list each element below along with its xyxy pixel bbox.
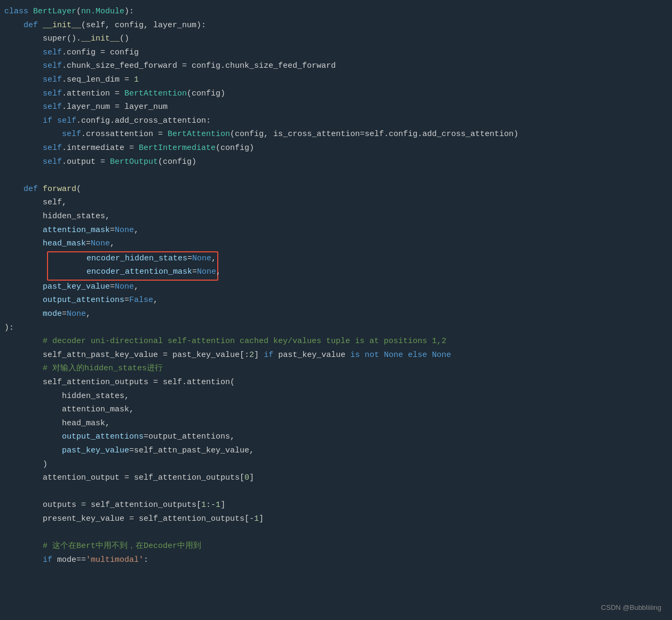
- code-line-3: super().__init__(): [0, 33, 672, 46]
- code-container: class BertLayer(nn.Module): def __init__…: [0, 0, 672, 573]
- code-line-7: self.attention = BertAttention(config): [0, 88, 672, 101]
- code-line-5: self.chunk_size_feed_forward = config.ch…: [0, 60, 672, 74]
- code-line-29: hidden_states,: [0, 390, 672, 404]
- highlighted-block: encoder_hidden_states=None, encoder_atte…: [0, 251, 672, 281]
- code-text: ):: [4, 322, 14, 335]
- code-text: super().__init__(): [4, 33, 129, 45]
- code-line-1: class BertLayer(nn.Module):: [0, 5, 672, 19]
- code-text: self.layer_num = layer_num: [4, 101, 168, 114]
- code-line-23: mode=None,: [0, 308, 672, 322]
- code-line-25: # decoder uni-directional self-attention…: [0, 335, 672, 349]
- code-text: outputs = self_attention_outputs[1:-1]: [4, 499, 225, 512]
- code-line-8: self.layer_num = layer_num: [0, 101, 672, 115]
- code-text: if mode=='multimodal':: [4, 554, 148, 567]
- code-text: if self.config.add_cross_attention:: [4, 115, 211, 128]
- code-text: encoder_attention_mask=None,: [48, 266, 221, 279]
- code-text: class BertLayer(nn.Module):: [4, 5, 134, 18]
- code-line-6: self.seq_len_dim = 1: [0, 74, 672, 88]
- code-line-empty-3: [0, 527, 672, 540]
- code-line-18: head_mask=None,: [0, 237, 672, 251]
- code-text: self_attention_outputs = self.attention(: [4, 376, 235, 389]
- code-line-2: def __init__(self, config, layer_num):: [0, 19, 672, 33]
- code-line-37: outputs = self_attention_outputs[1:-1]: [0, 499, 672, 513]
- code-text: self.seq_len_dim = 1: [4, 74, 139, 86]
- code-line-empty-2: [0, 486, 672, 499]
- code-text: output_attentions=output_attentions,: [4, 431, 235, 443]
- code-line-26: self_attn_past_key_value = past_key_valu…: [0, 349, 672, 363]
- code-text: # decoder uni-directional self-attention…: [4, 335, 446, 348]
- code-text: self,: [4, 196, 67, 209]
- code-line-12: self.output = BertOutput(config): [0, 156, 672, 170]
- code-text: self.output = BertOutput(config): [4, 156, 196, 169]
- code-line-28: self_attention_outputs = self.attention(: [0, 376, 672, 390]
- code-text: self_attn_past_key_value = past_key_valu…: [4, 349, 451, 362]
- code-line-38: present_key_value = self_attention_outpu…: [0, 513, 672, 527]
- code-text: head_mask,: [4, 417, 110, 430]
- code-text: hidden_states,: [4, 390, 129, 403]
- code-line-32: output_attentions=output_attentions,: [0, 431, 672, 444]
- code-text: past_key_value=self_attn_past_key_value,: [4, 444, 254, 457]
- code-text: # 这个在Bert中用不到，在Decoder中用到: [4, 540, 201, 553]
- code-text: head_mask=None,: [4, 237, 115, 250]
- code-text: self.intermediate = BertIntermediate(con…: [4, 142, 254, 155]
- code-line-24: ):: [0, 322, 672, 336]
- code-line-15: self,: [0, 196, 672, 210]
- code-line-40: # 这个在Bert中用不到，在Decoder中用到: [0, 540, 672, 554]
- code-line-21: past_key_value=None,: [0, 281, 672, 295]
- code-line-41: if mode=='multimodal':: [0, 554, 672, 568]
- code-line-19: encoder_hidden_states=None,: [48, 252, 217, 266]
- code-line-9: if self.config.add_cross_attention:: [0, 115, 672, 129]
- red-border-box: encoder_hidden_states=None, encoder_atte…: [47, 251, 218, 281]
- code-line-11: self.intermediate = BertIntermediate(con…: [0, 142, 672, 156]
- code-line-35: attention_output = self_attention_output…: [0, 472, 672, 486]
- code-text: mode=None,: [4, 308, 91, 321]
- code-line-14: def forward(: [0, 183, 672, 197]
- code-line-31: head_mask,: [0, 417, 672, 431]
- code-text: attention_mask,: [4, 403, 134, 416]
- code-text: past_key_value=None,: [4, 281, 139, 293]
- code-text: hidden_states,: [4, 210, 110, 223]
- code-text: present_key_value = self_attention_outpu…: [4, 513, 264, 526]
- code-line-30: attention_mask,: [0, 403, 672, 417]
- code-line-27: # 对输入的hidden_states进行: [0, 362, 672, 376]
- code-line-16: hidden_states,: [0, 210, 672, 224]
- code-text: ): [4, 458, 48, 471]
- code-text: def forward(: [4, 183, 81, 196]
- code-text: attention_output = self_attention_output…: [4, 472, 254, 484]
- code-text: encoder_hidden_states=None,: [48, 252, 216, 265]
- code-line-22: output_attentions=False,: [0, 294, 672, 308]
- code-text: attention_mask=None,: [4, 224, 139, 237]
- code-text: self.crossattention = BertAttention(conf…: [4, 128, 518, 141]
- code-text: self.chunk_size_feed_forward = config.ch…: [4, 60, 336, 73]
- code-text: output_attentions=False,: [4, 294, 158, 307]
- code-line-34: ): [0, 458, 672, 472]
- code-line-4: self.config = config: [0, 46, 672, 60]
- watermark: CSDN @Bubbliiiing: [601, 602, 661, 614]
- code-line-33: past_key_value=self_attn_past_key_value,: [0, 444, 672, 458]
- code-text: # 对输入的hidden_states进行: [4, 362, 163, 375]
- code-text: def __init__(self, config, layer_num):: [4, 19, 206, 32]
- code-line-20: encoder_attention_mask=None,: [48, 266, 217, 280]
- code-line-10: self.crossattention = BertAttention(conf…: [0, 128, 672, 142]
- code-text: self.attention = BertAttention(config): [4, 88, 225, 100]
- code-line-empty-1: [0, 169, 672, 183]
- code-text: self.config = config: [4, 46, 139, 59]
- code-line-17: attention_mask=None,: [0, 224, 672, 238]
